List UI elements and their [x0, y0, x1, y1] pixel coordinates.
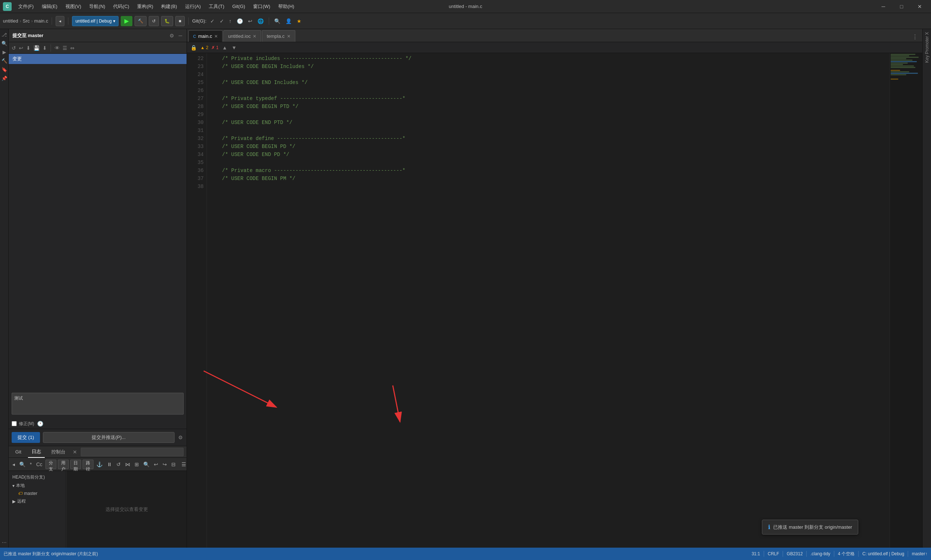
breadcrumb-src[interactable]: Src — [23, 18, 30, 24]
git-tree-master[interactable]: 🏷 master — [17, 490, 64, 497]
tab-templa[interactable]: templa.c ✕ — [262, 30, 295, 42]
stop-button[interactable]: ■ — [175, 16, 185, 26]
problems-down-icon[interactable]: ▼ — [231, 44, 237, 51]
activity-bookmark[interactable]: 🔖 — [0, 65, 8, 74]
sc-list-icon[interactable]: ☰ — [62, 45, 68, 52]
breadcrumb-project[interactable]: untitled — [3, 18, 18, 24]
sc-fetch-icon[interactable]: ⬇ — [25, 45, 31, 52]
minimize-button[interactable]: ─ — [875, 1, 892, 12]
git-check2-icon[interactable]: ✓ — [218, 17, 225, 25]
menu-run[interactable]: 运行(A) — [182, 2, 205, 11]
git-redo-icon[interactable]: ↪ — [161, 460, 168, 469]
git-close-icon[interactable]: ✕ — [72, 448, 78, 455]
git-history-icon[interactable]: 🕐 — [235, 17, 245, 25]
maximize-button[interactable]: □ — [893, 1, 910, 12]
git-list-icon[interactable]: ☰ — [180, 460, 188, 469]
tab-ioc[interactable]: untitled.ioc ✕ — [223, 30, 261, 42]
status-config[interactable]: C: untitled.elf | Debug — [862, 551, 904, 556]
menu-help[interactable]: 帮助(H) — [275, 2, 298, 11]
menu-window[interactable]: 窗口(W) — [249, 2, 274, 11]
menu-build[interactable]: 构建(B) — [157, 2, 180, 11]
sc-download-icon[interactable]: ⬇ — [42, 45, 48, 52]
sc-settings-icon[interactable]: ⚙ — [169, 32, 175, 39]
tab-close-ioc[interactable]: ✕ — [253, 34, 256, 39]
run-config-dropdown[interactable]: untitled.elf | Debug ▾ — [72, 16, 118, 26]
profile-icon[interactable]: 👤 — [284, 17, 293, 25]
git-grid-icon[interactable]: ⊞ — [133, 460, 140, 469]
tab-more-button[interactable]: ⋮ — [909, 32, 921, 42]
status-branch[interactable]: master↑ — [912, 551, 927, 556]
git-tree-head[interactable]: HEAD(当前分支) — [11, 473, 64, 482]
search-toolbar-icon[interactable]: 🔍 — [273, 17, 282, 25]
star-icon[interactable]: ★ — [295, 17, 303, 25]
sc-expand-icon[interactable]: ⇔ — [69, 45, 75, 52]
activity-git[interactable]: ⎇ — [0, 31, 8, 38]
changes-item[interactable]: 变更 — [9, 54, 186, 64]
git-tab-git[interactable]: Git — [12, 446, 25, 458]
sc-footer-settings-icon[interactable]: ⚙ — [177, 434, 184, 441]
menu-file[interactable]: 文件(F) — [15, 2, 37, 11]
git-search-icon[interactable]: 🔍 — [18, 460, 27, 469]
sc-minimize-icon[interactable]: ─ — [178, 32, 183, 39]
lock-icon[interactable]: 🔒 — [190, 44, 197, 51]
sc-save-icon[interactable]: 💾 — [33, 45, 40, 52]
git-layout-icon[interactable]: ⊟ — [170, 460, 177, 469]
activity-build[interactable]: 🔨 — [0, 57, 8, 65]
git-tab-log[interactable]: 日志 — [28, 446, 45, 458]
tab-close-main[interactable]: ✕ — [214, 34, 218, 39]
sc-refresh-icon[interactable]: ↺ — [11, 45, 17, 52]
activity-bottom[interactable]: ⋯ — [0, 538, 8, 546]
git-path-filter[interactable]: 路径 ▾ — [83, 460, 94, 469]
problems-up-icon[interactable]: ▲ — [222, 44, 228, 51]
git-check-icon[interactable]: ✓ — [209, 17, 216, 25]
activity-pin[interactable]: 📌 — [0, 74, 8, 82]
status-crlf[interactable]: CRLF — [768, 551, 779, 556]
status-encoding[interactable]: GB2312 — [786, 551, 803, 556]
activity-run[interactable]: ▶ — [0, 48, 8, 56]
amend-checkbox[interactable] — [12, 421, 17, 426]
code-editor[interactable]: /* Private includes --------------------… — [207, 53, 889, 548]
status-linter[interactable]: .clang-tidy — [810, 551, 830, 556]
git-merge-icon[interactable]: ⋈ — [124, 460, 132, 469]
git-revert-icon[interactable]: ↩ — [246, 17, 254, 25]
git-tree-local[interactable]: ▾ 本地 — [11, 482, 64, 490]
status-indent[interactable]: 4 个空格 — [838, 551, 855, 557]
git-push-icon[interactable]: ↑ — [228, 17, 233, 25]
tab-close-templa[interactable]: ✕ — [287, 34, 291, 39]
git-cc-icon[interactable]: Cc — [35, 460, 44, 469]
menu-code[interactable]: 代码(C) — [109, 2, 133, 11]
tab-main-c[interactable]: C main.c ✕ — [188, 30, 223, 42]
menu-refactor[interactable]: 重构(R) — [134, 2, 157, 11]
breadcrumb-file[interactable]: main.c — [34, 18, 48, 24]
sc-undo-icon[interactable]: ↩ — [18, 45, 24, 52]
git-tab-console[interactable]: 控制台 — [48, 446, 69, 458]
git-collapse-icon[interactable]: ◂ — [11, 460, 16, 469]
commit-push-button[interactable]: 提交并推送(P)... — [43, 432, 175, 443]
menu-git[interactable]: Git(G) — [229, 2, 249, 11]
git-search2-icon[interactable]: 🔍 — [142, 460, 151, 469]
close-button[interactable]: ✕ — [911, 1, 928, 12]
git-undo-icon[interactable]: ↩ — [152, 460, 160, 469]
git-user-filter[interactable]: 用户 ▾ — [58, 460, 69, 469]
menu-view[interactable]: 视图(V) — [62, 2, 85, 11]
back-button[interactable]: ◂ — [55, 16, 65, 26]
commit-message-input[interactable]: 测试 — [12, 393, 184, 415]
key-promoter-tab[interactable]: Key Promoter X — [923, 29, 931, 66]
git-tree-remote[interactable]: ▶ 远程 — [11, 497, 64, 505]
menu-navigate[interactable]: 导航(N) — [85, 2, 109, 11]
debug-button[interactable]: 🐛 — [161, 16, 173, 26]
amend-help-icon[interactable]: 🕐 — [36, 420, 44, 427]
menu-tools[interactable]: 工具(T) — [205, 2, 228, 11]
git-branch-filter[interactable]: 分支 — [45, 460, 56, 469]
status-push-msg[interactable]: 已推送 master 到新分支 origin/master (片刻之前) — [4, 551, 98, 557]
activity-search[interactable]: 🔍 — [0, 39, 8, 47]
git-pause-icon[interactable]: ⏸ — [105, 460, 114, 469]
git-anchor-icon[interactable]: ⚓ — [95, 460, 104, 469]
git-refresh-icon[interactable]: ↺ — [115, 460, 122, 469]
menu-edit[interactable]: 编辑(E) — [38, 2, 61, 11]
build-button[interactable]: 🔨 — [135, 16, 146, 26]
run-button[interactable]: ▶ — [121, 16, 132, 26]
sc-eye-icon[interactable]: 👁 — [54, 45, 60, 52]
git-star-icon[interactable]: * — [28, 460, 33, 469]
commit-button[interactable]: 提交 (1) — [12, 432, 40, 443]
